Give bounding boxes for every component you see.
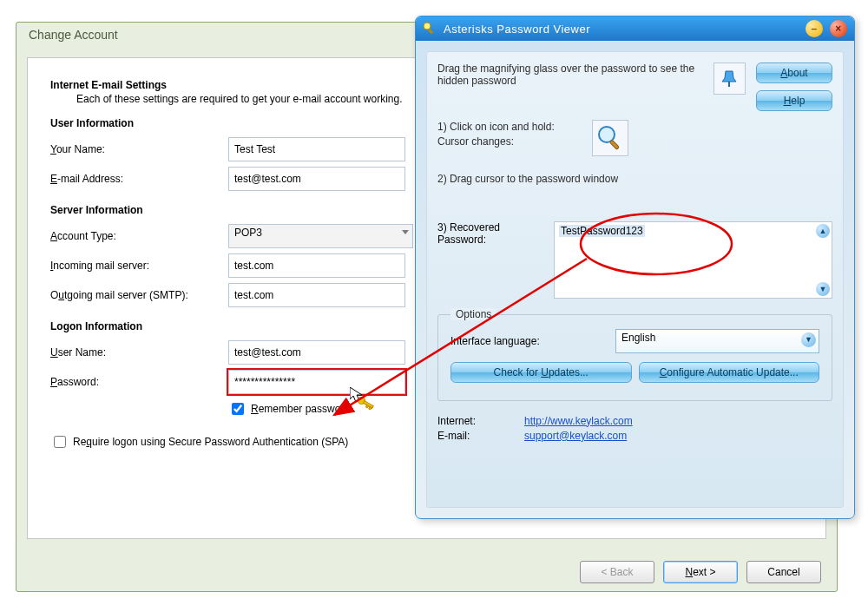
language-label: Interface language: [450, 335, 607, 347]
recovered-label: 3) Recovered Password: [437, 221, 542, 299]
next-button[interactable]: Next > [663, 561, 738, 583]
language-combo[interactable]: English ▼ [615, 329, 819, 353]
svg-marker-7 [722, 71, 736, 82]
account-type-value: POP3 [234, 227, 262, 239]
language-value: English [621, 332, 655, 344]
password-viewer-title: Asterisks Password Viewer [444, 23, 590, 36]
user-name-input[interactable] [228, 340, 405, 365]
recovered-password-value: TestPassword123 [559, 225, 645, 237]
password-input[interactable] [228, 370, 405, 394]
magnifier-icon [595, 123, 625, 153]
back-button[interactable]: < Back [580, 561, 654, 583]
svg-rect-8 [728, 82, 730, 87]
magnifier-dragsource[interactable] [592, 120, 628, 156]
remember-password-label: Remember password [251, 403, 350, 415]
pin-icon [720, 69, 740, 89]
scroll-down-button[interactable]: ▼ [816, 282, 830, 296]
help-button[interactable]: Help [756, 90, 832, 111]
close-button[interactable]: × [830, 20, 847, 37]
account-type-select[interactable]: POP3 [228, 224, 413, 248]
check-updates-button[interactable]: Check for Updates... [450, 362, 632, 383]
wizard-footer: < Back Next > Cancel [16, 552, 837, 591]
chevron-down-icon [402, 230, 409, 234]
email-label: E-mail: [437, 430, 516, 442]
internet-link[interactable]: http://www.keylack.com [524, 415, 633, 427]
options-fieldset: Options Interface language: English ▼ Ch… [437, 314, 832, 401]
app-icon [423, 22, 437, 36]
options-legend: Options [450, 308, 496, 320]
step2-label: 2) Drag cursor to the password window [437, 172, 832, 187]
about-button[interactable]: About [756, 63, 832, 83]
remember-password-checkbox[interactable] [232, 403, 244, 415]
svg-rect-10 [609, 140, 619, 149]
top-instruction: Drag the magnifying glass over the passw… [437, 63, 703, 111]
step1-label-a: 1) Click on icon and hold: [437, 121, 555, 133]
minimize-button[interactable]: – [806, 20, 823, 37]
incoming-input[interactable] [228, 253, 405, 278]
step1-label-b: Cursor changes: [437, 135, 514, 148]
user-name-label: User Name: [50, 346, 228, 359]
internet-label: Internet: [437, 415, 516, 427]
configure-updates-button[interactable]: Configure Automatic Update... [639, 362, 820, 383]
incoming-label: Incoming mail server: [50, 260, 228, 272]
cancel-button[interactable]: Cancel [746, 561, 821, 583]
scroll-up-button[interactable]: ▲ [816, 224, 830, 238]
password-viewer-titlebar[interactable]: Asterisks Password Viewer – × [416, 16, 854, 41]
chevron-down-icon: ▼ [801, 332, 816, 347]
recovered-password-box[interactable]: TestPassword123 ▲ ▼ [554, 221, 832, 299]
outgoing-input[interactable] [228, 283, 405, 307]
spa-checkbox[interactable] [54, 436, 66, 448]
password-viewer-body: Drag the magnifying glass over the passw… [426, 51, 844, 508]
password-viewer-window: Asterisks Password Viewer – × Drag the m… [415, 16, 855, 519]
password-label: Password: [50, 376, 228, 388]
pin-box[interactable] [713, 63, 746, 95]
email-link[interactable]: support@keylack.com [524, 430, 627, 442]
outgoing-label: Outgoing mail server (SMTP): [50, 289, 228, 301]
your-name-label: Your Name: [50, 143, 228, 155]
svg-point-5 [424, 23, 431, 30]
email-label: E-mail Address: [50, 173, 228, 185]
spa-label: Require logon using Secure Password Auth… [73, 436, 348, 448]
account-type-label: Account Type: [50, 230, 228, 242]
your-name-input[interactable] [228, 137, 405, 161]
email-input[interactable] [228, 167, 405, 191]
